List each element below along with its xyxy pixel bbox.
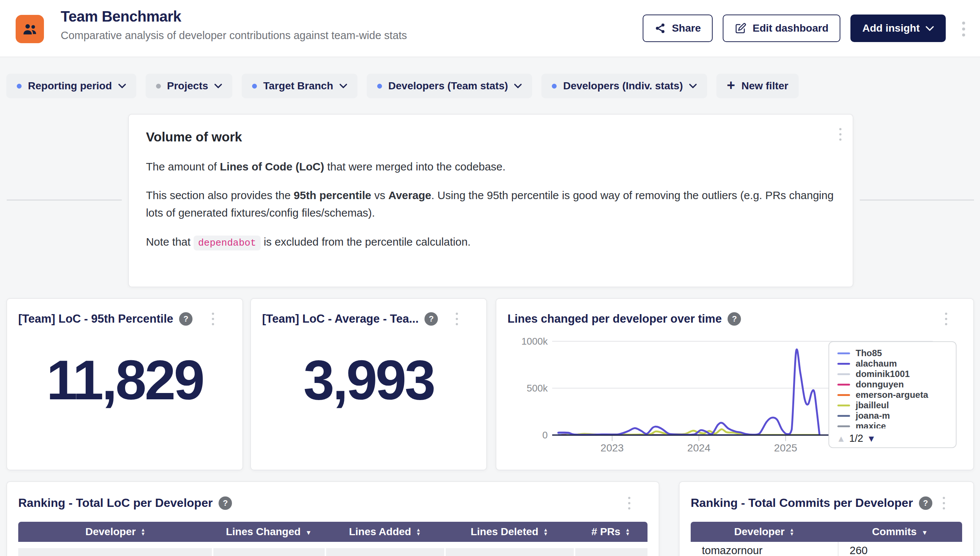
legend-item-joana-m[interactable]: joana-m <box>837 411 952 421</box>
column-header-commits[interactable]: Commits▼ <box>838 526 962 538</box>
column-header-lines-deleted[interactable]: Lines Deleted▲▼ <box>445 526 574 538</box>
new-filter-button[interactable]: +New filter <box>716 74 799 98</box>
table-cell <box>18 548 212 556</box>
legend-label: emerson-argueta <box>856 390 928 400</box>
stat-value: 11,829 <box>7 348 242 412</box>
chevron-down-icon <box>118 84 126 88</box>
sort-desc-icon: ▼ <box>922 529 928 537</box>
stat-card-loc-average: [Team] LoC - Average - Tea... ? 3,993 <box>250 298 487 470</box>
ranking-card-kebab-menu[interactable] <box>943 497 945 509</box>
share-label: Share <box>672 22 701 34</box>
volume-card-kebab-menu[interactable] <box>839 128 841 141</box>
add-insight-button[interactable]: Add insight <box>850 15 946 42</box>
section-divider-left <box>7 199 122 200</box>
chart-legend: Tho85alachaumdominik1001donnguyenemerson… <box>828 341 957 448</box>
page-subtitle: Comparative analysis of developer contri… <box>61 29 407 42</box>
column-header-developer[interactable]: Developer▲▼ <box>18 526 212 538</box>
table-cell <box>575 548 648 556</box>
ranking-card-kebab-menu[interactable] <box>628 497 630 509</box>
column-label: Commits <box>872 526 917 538</box>
sort-icon: ▲▼ <box>543 528 548 536</box>
help-icon[interactable]: ? <box>179 312 193 326</box>
sort-icon: ▲▼ <box>416 528 421 536</box>
ranking-title: Ranking - Total LoC per Developer <box>18 496 212 510</box>
legend-page-indicator: 1/2 <box>849 433 863 444</box>
legend-page-down-icon[interactable]: ▼ <box>867 434 876 443</box>
legend-item-emerson-argueta[interactable]: emerson-argueta <box>837 390 952 400</box>
filter-chip-developers-indiv-stats-[interactable]: Developers (Indiv. stats) <box>541 74 707 98</box>
svg-text:500k: 500k <box>527 383 548 394</box>
volume-card-title: Volume of work <box>146 129 836 144</box>
column-label: Developer <box>734 526 784 538</box>
svg-text:2025: 2025 <box>774 442 797 454</box>
legend-item-Tho85[interactable]: Tho85 <box>837 348 952 359</box>
volume-of-work-card: Volume of work The amount of Lines of Co… <box>128 114 854 287</box>
dependabot-code-chip: dependabot <box>194 236 261 251</box>
legend-label: maxice <box>856 421 886 428</box>
column-header--prs[interactable]: # PRs▲▼ <box>574 526 648 538</box>
developer-cell: tomazornour <box>691 542 838 556</box>
page-title: Team Benchmark <box>61 8 407 25</box>
table-header-row: Developer▲▼Lines Changed▼Lines Added▲▼Li… <box>18 522 648 542</box>
legend-item-maxice[interactable]: maxice <box>837 421 952 428</box>
ranking-title: Ranking - Total Commits per Developer <box>691 496 913 510</box>
stat-card-title-row: [Team] LoC - Average - Tea... ? <box>251 299 486 326</box>
filter-status-dot <box>17 84 22 89</box>
stat-value: 3,993 <box>251 348 486 412</box>
lines-changed-chart-card: 1000k500k0202320242025 Lines changed per… <box>496 298 974 470</box>
column-header-lines-added[interactable]: Lines Added▲▼ <box>325 526 445 538</box>
table-cell <box>213 548 325 556</box>
legend-label: joana-m <box>856 411 890 421</box>
filter-chip-developers-team-stats-[interactable]: Developers (Team stats) <box>367 74 533 98</box>
filter-chip-target-branch[interactable]: Target Branch <box>241 74 358 98</box>
legend-list: Tho85alachaumdominik1001donnguyenemerson… <box>837 348 952 428</box>
stat-card-kebab-menu[interactable] <box>456 313 458 325</box>
ranking-title-row: Ranking - Total Commits per Developer ? <box>680 482 973 510</box>
help-icon[interactable]: ? <box>219 496 232 510</box>
column-header-developer[interactable]: Developer▲▼ <box>691 526 838 538</box>
legend-item-dominik1001[interactable]: dominik1001 <box>837 369 952 379</box>
stat-card-title: [Team] LoC - Average - Tea... <box>262 312 418 326</box>
legend-swatch <box>837 384 850 386</box>
header-kebab-menu[interactable] <box>962 22 965 37</box>
commits-cell: 260 <box>838 542 962 556</box>
ranking-title-row: Ranking - Total LoC per Developer ? <box>7 482 659 510</box>
help-icon[interactable]: ? <box>727 312 741 326</box>
volume-card-body: The amount of Lines of Code (LoC) that w… <box>146 158 836 251</box>
svg-text:2024: 2024 <box>687 442 710 454</box>
share-button[interactable]: Share <box>643 15 713 42</box>
help-icon[interactable]: ? <box>424 312 438 326</box>
table-row <box>18 548 648 556</box>
table-row[interactable]: tomazornour260 <box>691 542 962 556</box>
title-block: Team Benchmark Comparative analysis of d… <box>61 8 407 42</box>
share-icon <box>654 23 666 34</box>
plus-icon: + <box>727 78 735 92</box>
legend-label: Tho85 <box>856 348 882 359</box>
commits-ranking-table: Developer▲▼Commits▼ tomazornour260 <box>691 522 962 556</box>
chart-card-kebab-menu[interactable] <box>945 313 947 325</box>
volume-paragraph-3: Note that dependabot is excluded from th… <box>146 233 836 251</box>
column-label: Lines Deleted <box>471 526 538 538</box>
legend-item-donnguyen[interactable]: donnguyen <box>837 379 952 390</box>
edit-dashboard-button[interactable]: Edit dashboard <box>723 15 841 42</box>
filter-chip-projects[interactable]: Projects <box>146 74 233 98</box>
dashboard-root: Team Benchmark Comparative analysis of d… <box>0 0 980 556</box>
column-label: Developer <box>85 526 136 538</box>
stat-card-kebab-menu[interactable] <box>212 313 214 325</box>
table-cell <box>446 548 574 556</box>
chart-card-title-row: Lines changed per developer over time ? <box>496 299 973 326</box>
legend-page-up-icon[interactable]: ▲ <box>837 434 846 443</box>
legend-item-jbailleul[interactable]: jbailleul <box>837 400 952 411</box>
new-filter-label: New filter <box>741 80 788 92</box>
edit-icon <box>735 22 747 34</box>
ranking-total-commits-card: Ranking - Total Commits per Developer ? … <box>679 481 974 556</box>
section-divider-right <box>860 199 974 200</box>
filter-chip-reporting-period[interactable]: Reporting period <box>6 74 136 98</box>
filter-status-dot <box>156 84 161 89</box>
help-icon[interactable]: ? <box>919 496 932 510</box>
chart-series-alachaum <box>559 349 820 435</box>
legend-item-alachaum[interactable]: alachaum <box>837 359 952 369</box>
svg-text:1000k: 1000k <box>521 336 548 347</box>
column-header-lines-changed[interactable]: Lines Changed▼ <box>212 526 325 538</box>
sort-icon: ▲▼ <box>789 528 794 536</box>
